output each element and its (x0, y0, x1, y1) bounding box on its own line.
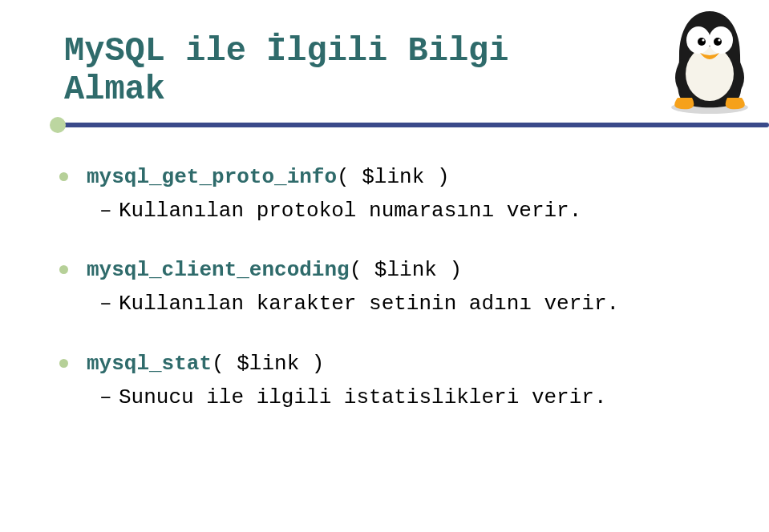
svg-point-6 (702, 38, 704, 41)
description-text: Kullanılan karakter setinin adını verir. (119, 292, 619, 316)
function-line: mysql_get_proto_info( $link ) (64, 161, 729, 193)
title-underline (56, 116, 729, 131)
list-item: mysql_client_encoding( $link ) – Kullanı… (64, 254, 729, 320)
description-text: Kullanılan protokol numarasını verir. (119, 199, 581, 223)
function-line: mysql_stat( $link ) (64, 348, 729, 380)
list-item: mysql_stat( $link ) – Sunucu ile ilgili … (64, 348, 729, 414)
bullet-icon (59, 265, 68, 274)
dash-icon: – (99, 195, 112, 227)
title-line-2: Almak (64, 71, 165, 109)
description-line: – Kullanılan protokol numarasını verir. (64, 195, 729, 227)
title-line-1: MySQL ile İlgili Bilgi (64, 32, 509, 71)
description-line: – Kullanılan karakter setinin adını veri… (64, 288, 729, 320)
penguin-mascot-icon (662, 3, 758, 115)
slide-title: MySQL ile İlgili Bilgi Almak (64, 32, 729, 110)
function-name: mysql_get_proto_info (87, 165, 337, 189)
bullet-icon (59, 359, 68, 368)
function-args: ( $link ) (350, 258, 462, 282)
dash-icon: – (99, 288, 112, 320)
list-item: mysql_get_proto_info( $link ) – Kullanıl… (64, 161, 729, 228)
dash-icon: – (99, 381, 112, 413)
svg-point-1 (686, 46, 734, 101)
function-line: mysql_client_encoding( $link ) (64, 254, 729, 286)
function-name: mysql_client_encoding (87, 258, 350, 282)
description-line: – Sunucu ile ilgili istatislikleri verir… (64, 381, 729, 413)
svg-point-4 (698, 38, 706, 46)
description-text: Sunucu ile ilgili istatislikleri verir. (119, 385, 607, 409)
content-area: mysql_get_proto_info( $link ) – Kullanıl… (64, 161, 729, 414)
bullet-icon (59, 172, 68, 181)
function-args: ( $link ) (337, 165, 449, 189)
function-args: ( $link ) (212, 352, 324, 376)
function-name: mysql_stat (87, 352, 212, 376)
svg-point-7 (718, 38, 720, 41)
svg-point-5 (714, 38, 722, 46)
slide: MySQL ile İlgili Bilgi Almak mysql_get_p… (0, 0, 769, 473)
